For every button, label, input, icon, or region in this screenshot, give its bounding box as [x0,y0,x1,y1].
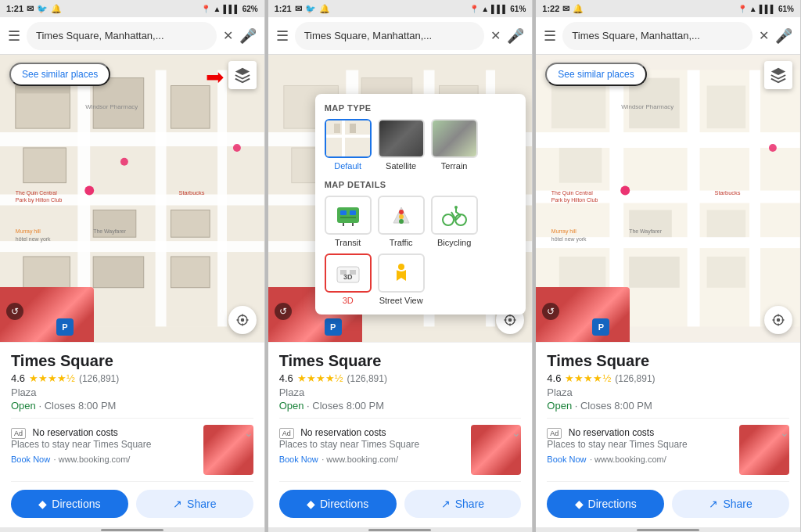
rating-num-2: 4.6 [279,372,293,384]
ad-section-1: Ad No reservation costs Places to stay n… [11,418,253,481]
mic-icon-2[interactable]: 🎤 [507,27,524,45]
status-bar-2: 1:21 ✉ 🐦 🔔 📍 ▲ ▌▌▌ 61% [268,0,533,17]
map-details-title: MAP DETAILS [325,180,517,189]
map-type-terrain[interactable]: Terrain [431,119,478,171]
close-icon-1[interactable]: ✕ [223,28,233,43]
svg-rect-86 [629,257,680,288]
close-icon-2[interactable]: ✕ [490,28,501,43]
search-input-2[interactable]: Times Square, Manhattan,... [295,22,485,50]
map-type-satellite[interactable]: Satellite [378,119,425,171]
action-buttons-2: ◆ Directions ↗ Share [279,481,522,527]
svg-point-67 [508,318,512,322]
svg-rect-77 [688,70,700,327]
ad-title-row-2: Ad No reservation costs [279,425,465,439]
svg-rect-79 [551,85,606,128]
share-label-1: Share [187,498,216,510]
share-button-2[interactable]: ↗ Share [404,490,522,518]
search-input-3[interactable]: Times Square, Manhattan,... [562,22,753,50]
place-hours-1: Open · Closes 8:00 PM [11,400,253,412]
svg-text:The Quin Central: The Quin Central [551,190,593,196]
svg-text:3D: 3D [343,273,353,281]
map-detail-transit[interactable]: Transit [325,196,372,247]
search-bar-2: ☰ Times Square, Manhattan,... ✕ 🎤 [268,17,533,55]
time-3: 1:22 [542,4,559,13]
svg-text:The Quin Central: The Quin Central [16,190,57,196]
phone-panel-2: 1:21 ✉ 🐦 🔔 📍 ▲ ▌▌▌ 61% ☰ Times Square, M… [268,0,533,532]
map-detail-traffic[interactable]: Traffic [378,196,425,247]
signal-icon-1: ▌▌▌ [223,5,239,13]
directions-diamond-icon-3: ◆ [575,498,584,510]
map-details-grid-row2: 3D 3D Street View [325,253,517,305]
mic-icon-1[interactable]: 🎤 [239,27,257,45]
svg-point-55 [399,210,404,214]
ad-content-2: Ad No reservation costs Places to stay n… [279,425,465,466]
map-type-default[interactable]: Default [325,119,372,171]
svg-point-24 [84,186,94,196]
msg-icon: ✉ [27,4,34,14]
svg-rect-78 [749,70,760,327]
svg-point-58 [443,214,454,225]
status-bar-1: 1:21 ✉ 🐦 🔔 📍 ▲ ▌▌▌ 62% [0,0,264,17]
time-1: 1:21 [6,4,23,13]
share-icon-2: ↗ [441,498,451,510]
detail-thumb-traffic [378,196,425,235]
layers-button-1[interactable] [228,61,257,89]
search-input-1[interactable]: Times Square, Manhattan,... [27,22,217,50]
hamburger-icon-1[interactable]: ☰ [8,27,20,45]
see-similar-button-1[interactable]: See similar places [9,63,110,86]
rating-num-3: 4.6 [547,372,561,384]
directions-button-3[interactable]: ◆ Directions [547,490,664,518]
share-icon-1: ↗ [173,498,182,510]
nav-bar-1 [0,527,264,532]
svg-point-56 [399,214,404,219]
ad-title-row-1: Ad No reservation costs [11,425,197,439]
share-button-1[interactable]: ↗ Share [136,490,253,518]
location-button-3[interactable] [764,306,792,334]
hamburger-icon-3[interactable]: ☰ [544,27,556,45]
ad-link-3[interactable]: Book Now [547,455,586,464]
directions-diamond-icon-1: ◆ [38,498,47,510]
directions-button-1[interactable]: ◆ Directions [11,490,128,518]
close-icon-3[interactable]: ✕ [759,28,769,43]
directions-label-2: Directions [320,498,368,510]
map-detail-3d[interactable]: 3D 3D [325,253,372,305]
ad-title-1: No reservation costs [32,427,117,438]
svg-rect-16 [171,257,210,288]
share-button-3[interactable]: ↗ Share [672,490,789,518]
ad-chevron-3: ⌄ [780,426,789,439]
hamburger-icon-2[interactable]: ☰ [276,27,289,45]
svg-rect-50 [340,210,347,215]
svg-point-96 [769,144,777,152]
directions-button-2[interactable]: ◆ Directions [279,490,397,518]
svg-rect-47 [334,124,340,133]
hours-text-3: · Closes 8:00 PM [575,400,652,412]
ad-chevron-2: ⌄ [512,426,521,439]
ad-section-2: Ad No reservation costs Places to stay n… [279,418,522,481]
ad-link-1[interactable]: Book Now [11,455,50,464]
map-type-title: MAP TYPE [325,103,517,113]
ad-content-1: Ad No reservation costs Places to stay n… [11,425,197,466]
place-name-2: Times Square [279,352,522,370]
map-detail-streetview[interactable]: Street View [378,253,425,305]
ad-chevron-1: ⌄ [244,426,253,439]
wifi-icon-2: ▲ [481,5,489,13]
map-detail-bicycling[interactable]: Bicycling [431,196,478,247]
map-area-2[interactable]: MAP TYPE [268,55,533,342]
map-detail-label-transit: Transit [335,238,361,247]
see-similar-button-3[interactable]: See similar places [545,63,646,86]
svg-rect-15 [93,257,144,288]
ad-link-2[interactable]: Book Now [279,455,318,464]
location-button-1[interactable] [228,306,257,334]
stars-1: ★★★★½ [29,372,75,384]
map-area-1[interactable]: Windsor Pharmacy The Quin Central Park b… [0,55,264,342]
ad-title-3: No reservation costs [569,427,654,438]
map-type-popup: MAP TYPE [315,94,526,315]
map-area-3[interactable]: Windsor Pharmacy The Quin Central Park b… [536,55,800,342]
open-status-3: Open [547,400,572,412]
detail-thumb-bicycling [431,196,478,235]
mic-icon-3[interactable]: 🎤 [775,27,792,45]
layers-button-3[interactable] [764,61,792,89]
svg-text:Starbucks: Starbucks [178,189,204,196]
svg-rect-84 [707,210,746,237]
share-label-2: Share [455,498,484,510]
